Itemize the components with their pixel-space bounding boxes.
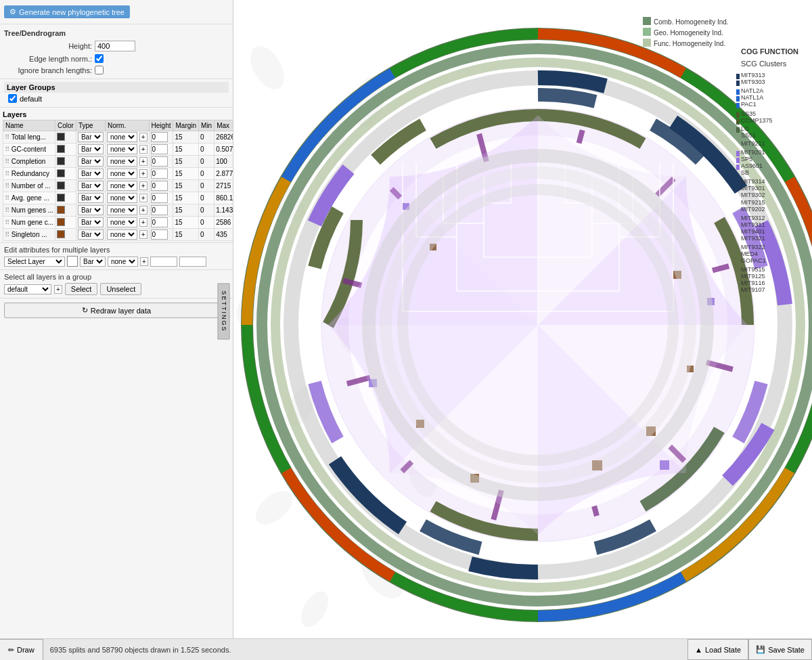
row-type[interactable]: Bar <box>76 168 105 180</box>
height-input[interactable] <box>151 156 168 167</box>
redraw-button[interactable]: ↻ Redraw layer data <box>4 303 229 318</box>
norm-plus[interactable]: + <box>139 169 148 178</box>
row-norm[interactable]: none + <box>105 217 149 229</box>
row-height[interactable] <box>149 217 173 229</box>
load-state-button[interactable]: ▲ Load State <box>687 639 748 660</box>
norm-select[interactable]: none <box>107 169 137 179</box>
row-type[interactable]: Bar <box>76 217 105 229</box>
group-select-dropdown[interactable]: default <box>4 284 51 294</box>
row-height[interactable] <box>149 192 173 204</box>
row-min: 0 <box>199 156 215 168</box>
norm-select[interactable]: none <box>107 156 137 167</box>
type-select[interactable]: Bar <box>78 205 104 215</box>
row-type[interactable]: Bar <box>76 131 105 144</box>
row-norm[interactable]: none + <box>105 229 149 241</box>
row-norm[interactable]: none + <box>105 131 149 144</box>
row-color[interactable] <box>55 192 76 204</box>
row-type[interactable]: Bar <box>76 229 105 241</box>
type-select[interactable]: Bar <box>78 144 104 154</box>
svg-text:SS35: SS35 <box>741 110 756 117</box>
norm-select[interactable]: none <box>107 132 137 142</box>
draw-button[interactable]: ✏ Draw <box>0 639 43 660</box>
row-color[interactable] <box>55 217 76 229</box>
height-input[interactable] <box>151 132 168 142</box>
norm-select[interactable]: none <box>107 229 137 240</box>
svg-text:GOPAC1: GOPAC1 <box>741 257 766 264</box>
norm-plus[interactable]: + <box>139 181 148 190</box>
edit-norm-dropdown[interactable]: none <box>108 257 138 267</box>
height-input[interactable] <box>151 193 168 203</box>
norm-plus[interactable]: + <box>139 157 148 166</box>
row-height[interactable] <box>149 229 173 241</box>
type-select[interactable]: Bar <box>78 169 104 179</box>
refresh-icon: ↻ <box>82 306 88 315</box>
norm-select[interactable]: none <box>107 205 137 215</box>
row-height[interactable] <box>149 204 173 217</box>
type-select[interactable]: Bar <box>78 132 104 142</box>
select-layer-dropdown[interactable]: Select Layer <box>4 257 65 267</box>
row-norm[interactable]: none + <box>105 180 149 192</box>
row-color[interactable] <box>55 131 76 144</box>
row-color[interactable] <box>55 204 76 217</box>
norm-select[interactable]: none <box>107 181 137 191</box>
norm-plus[interactable]: + <box>139 133 148 141</box>
layer-group-default-checkbox[interactable] <box>8 94 17 103</box>
norm-plus[interactable]: + <box>139 230 148 239</box>
row-height[interactable] <box>149 131 173 144</box>
row-color[interactable] <box>55 144 76 156</box>
row-norm[interactable]: none + <box>105 204 149 217</box>
group-plus-button[interactable]: + <box>54 285 62 294</box>
norm-plus[interactable]: + <box>139 206 148 215</box>
row-type[interactable]: Bar <box>76 144 105 156</box>
height-input[interactable] <box>151 144 168 154</box>
norm-plus[interactable]: + <box>139 218 148 227</box>
type-select[interactable]: Bar <box>78 193 104 203</box>
type-select[interactable]: Bar <box>78 217 104 227</box>
height-input[interactable] <box>95 41 135 51</box>
row-color[interactable] <box>55 156 76 168</box>
row-height[interactable] <box>149 144 173 156</box>
edit-type-dropdown[interactable]: Bar <box>80 257 106 267</box>
height-input[interactable] <box>151 229 168 240</box>
unselect-button[interactable]: Unselect <box>100 283 141 295</box>
row-color[interactable] <box>55 180 76 192</box>
type-select[interactable]: Bar <box>78 229 104 240</box>
ignore-branch-checkbox[interactable] <box>95 66 104 74</box>
settings-tab[interactable]: SETTINGS <box>217 283 229 339</box>
row-norm[interactable]: none + <box>105 156 149 168</box>
row-type[interactable]: Bar <box>76 204 105 217</box>
norm-plus[interactable]: + <box>139 194 148 202</box>
norm-select[interactable]: none <box>107 193 137 203</box>
edit-value2-input[interactable] <box>179 257 206 267</box>
select-button[interactable]: Select <box>65 283 98 295</box>
norm-plus[interactable]: + <box>139 145 148 154</box>
row-height[interactable] <box>149 168 173 180</box>
row-min: 0 <box>199 180 215 192</box>
svg-point-11 <box>296 587 334 632</box>
row-norm[interactable]: none + <box>105 144 149 156</box>
norm-select[interactable]: none <box>107 217 137 227</box>
row-type[interactable]: Bar <box>76 192 105 204</box>
height-input[interactable] <box>151 169 168 179</box>
type-select[interactable]: Bar <box>78 156 104 167</box>
edit-color-swatch[interactable] <box>67 256 78 267</box>
generate-tree-button[interactable]: Generate new phylogenetic tree <box>4 5 130 18</box>
row-color[interactable] <box>55 229 76 241</box>
height-input[interactable] <box>151 205 168 215</box>
height-input[interactable] <box>151 217 168 227</box>
row-color[interactable] <box>55 168 76 180</box>
row-type[interactable]: Bar <box>76 156 105 168</box>
row-norm[interactable]: none + <box>105 168 149 180</box>
edit-value-input[interactable] <box>150 257 177 267</box>
save-state-button[interactable]: 💾 Save State <box>748 639 812 660</box>
row-type[interactable]: Bar <box>76 180 105 192</box>
row-height[interactable] <box>149 156 173 168</box>
row-norm[interactable]: none + <box>105 192 149 204</box>
norm-select[interactable]: none <box>107 144 137 154</box>
edit-norm-plus-button[interactable]: + <box>140 257 148 266</box>
type-select[interactable]: Bar <box>78 181 104 191</box>
height-input[interactable] <box>151 181 168 191</box>
row-height[interactable] <box>149 180 173 192</box>
svg-text:MIT9302: MIT9302 <box>741 192 765 198</box>
edge-length-checkbox[interactable] <box>95 54 104 63</box>
